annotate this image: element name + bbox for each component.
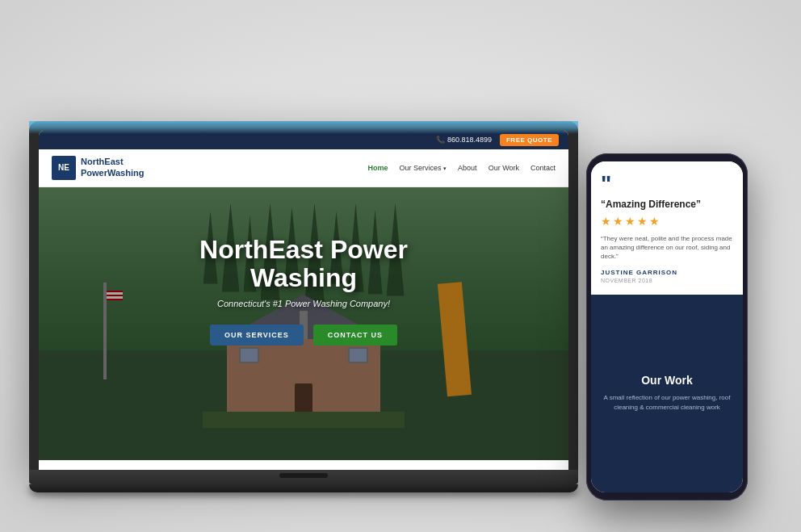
hero-buttons: OUR SERVICES CONTACT US <box>39 325 568 346</box>
laptop-device: 📞 860.818.4899 FREE QUOTE NE NorthEast P… <box>29 121 578 492</box>
free-quote-button[interactable]: FREE QUOTE <box>500 134 559 146</box>
contact-us-button[interactable]: CONTACT US <box>313 325 397 346</box>
review-title: “Amazing Difference” <box>601 199 733 210</box>
phone-outer: " “Amazing Difference” ★★★★★ “They were … <box>586 153 748 501</box>
nav-our-work[interactable]: Our Work <box>489 164 519 172</box>
quote-mark: " <box>601 173 733 195</box>
review-section: " “Amazing Difference” ★★★★★ “They were … <box>591 161 743 295</box>
dropdown-arrow: ▾ <box>443 165 447 171</box>
hero-subtitle: Connecticut's #1 Power Washing Company! <box>39 299 568 308</box>
laptop-foot <box>29 484 578 492</box>
hero-title: NorthEast Power Washing <box>39 236 568 292</box>
our-services-button[interactable]: OUR SERVICES <box>210 325 304 346</box>
work-section-title: Our Work <box>641 374 693 387</box>
laptop-screen: 📞 860.818.4899 FREE QUOTE NE NorthEast P… <box>39 131 568 470</box>
phone-icon: 📞 <box>436 136 445 144</box>
phone-badge: 📞 860.818.4899 <box>436 136 492 144</box>
work-section-description: A small reflection of our power washing,… <box>601 393 733 413</box>
laptop-base <box>29 470 578 484</box>
review-stars: ★★★★★ <box>601 215 733 228</box>
site-logo: NE NorthEast PowerWashing <box>52 156 144 180</box>
logo-line1: NorthEast <box>81 157 144 167</box>
hero-section: NorthEast Power Washing Connecticut's #1… <box>39 187 568 460</box>
phone-screen: " “Amazing Difference” ★★★★★ “They were … <box>591 161 743 492</box>
logo-abbr: NE <box>58 163 69 172</box>
nav-about[interactable]: About <box>458 164 477 172</box>
hero-content: NorthEast Power Washing Connecticut's #1… <box>39 236 568 346</box>
logo-text: NorthEast PowerWashing <box>81 157 144 178</box>
review-date: NOVEMBER 2018 <box>601 278 733 283</box>
logo-line2: PowerWashing <box>81 168 144 178</box>
nav-links: Home Our Services ▾ About Our Work Conta… <box>368 164 556 172</box>
work-section: Our Work A small reflection of our power… <box>591 295 743 492</box>
nav-contact[interactable]: Contact <box>531 164 556 172</box>
phone-device: " “Amazing Difference” ★★★★★ “They were … <box>586 153 748 501</box>
nav-services[interactable]: Our Services ▾ <box>400 164 447 172</box>
laptop-body: 📞 860.818.4899 FREE QUOTE NE NorthEast P… <box>29 121 578 470</box>
water-splash-decoration <box>39 131 568 134</box>
nav-home[interactable]: Home <box>368 164 388 172</box>
scene: 📞 860.818.4899 FREE QUOTE NE NorthEast P… <box>13 8 788 525</box>
logo-icon: NE <box>52 156 76 180</box>
review-author: JUSTINE GARRISON <box>601 269 733 276</box>
phone-number: 860.818.4899 <box>447 136 492 144</box>
review-text: “They were neat, polite and the process … <box>601 234 733 262</box>
site-navigation: NE NorthEast PowerWashing Home Our Servi… <box>39 149 568 187</box>
